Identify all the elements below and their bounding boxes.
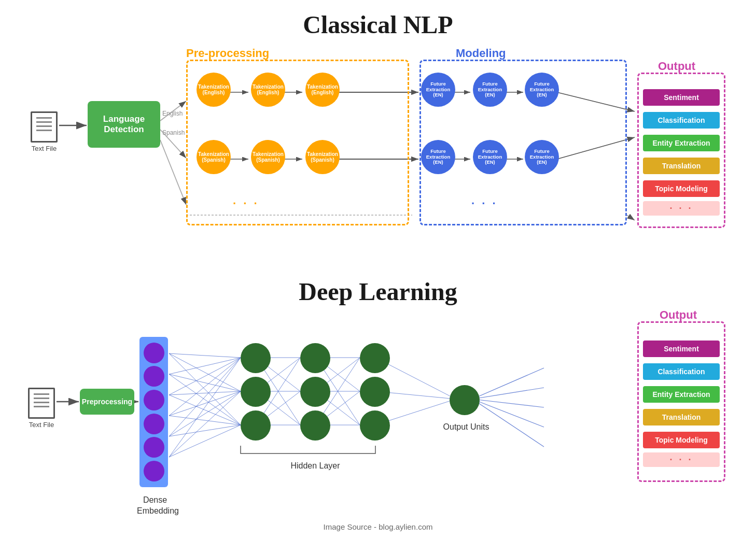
svg-line-34 xyxy=(169,395,241,425)
output-tag-sentiment-classical: Sentiment xyxy=(643,89,720,106)
modeling-label: Modeling xyxy=(456,47,506,60)
blue-circle-0-1: FutureExtraction(EN) xyxy=(473,73,507,107)
output-tag-topic-classical: Topic Modeling xyxy=(643,180,720,197)
lang-detect-label: LanguageDetection xyxy=(103,114,145,135)
hidden-node-1-1 xyxy=(300,377,330,407)
output-tag-entity-classical: Entity Extraction xyxy=(643,135,720,151)
classical-diagram: English Spanish xyxy=(25,44,731,262)
orange-circle-0-0: Takenization(English) xyxy=(197,73,231,107)
hidden-node-0-0 xyxy=(241,343,271,373)
orange-circle-1-2: Takenization(Spanish) xyxy=(305,140,340,174)
orange-circle-0-2: Takenization(English) xyxy=(305,73,340,107)
output-dots-deep: · · · xyxy=(643,452,720,467)
svg-line-27 xyxy=(169,353,241,391)
svg-line-4 xyxy=(160,130,186,158)
text-file-label-deep: Text File xyxy=(29,421,54,429)
svg-line-40 xyxy=(169,425,241,436)
embed-circle-4 xyxy=(144,437,164,458)
main-container: Classical NLP xyxy=(0,0,756,539)
svg-line-38 xyxy=(169,358,241,436)
output-tag-entity-deep: Entity Extraction xyxy=(643,386,720,403)
preprocessing-deep-label: Preprocessing xyxy=(82,398,132,406)
svg-line-36 xyxy=(169,391,241,416)
hidden-node-2-1 xyxy=(360,377,390,407)
svg-line-39 xyxy=(169,391,241,436)
doc-icon-classical xyxy=(31,111,58,143)
output-dots-classical: · · · xyxy=(643,201,720,216)
image-source-footer: Image Source - blog.aylien.com xyxy=(21,522,735,531)
text-file-classical: Text File xyxy=(31,111,58,152)
svg-line-33 xyxy=(169,391,241,395)
output-tag-topic-deep: Topic Modeling xyxy=(643,432,720,448)
output-tag-translation-classical: Translation xyxy=(643,158,720,174)
classical-nlp-title: Classical NLP xyxy=(21,10,735,39)
embed-circle-3 xyxy=(144,414,164,434)
svg-line-66 xyxy=(472,388,544,399)
text-file-deep: Text File xyxy=(28,388,55,429)
output-tag-sentiment-deep: Sentiment xyxy=(643,341,720,357)
output-label-deep: Output xyxy=(660,308,697,322)
embed-circle-5 xyxy=(144,461,164,481)
hidden-node-1-2 xyxy=(300,410,330,441)
svg-line-3 xyxy=(160,101,186,121)
orange-circle-1-0: Takenization(Spanish) xyxy=(197,140,231,174)
dense-embed-label: Dense Embedding xyxy=(137,495,173,517)
output-box-classical: Sentiment Classification Entity Extracti… xyxy=(637,73,725,228)
output-units-label: Output Units xyxy=(440,422,492,432)
blue-circle-0-2: FutureExtraction(EN) xyxy=(525,73,559,107)
svg-line-28 xyxy=(169,353,241,425)
svg-line-5 xyxy=(160,140,186,205)
svg-line-67 xyxy=(472,399,544,407)
doc-icon-deep xyxy=(28,388,55,419)
text-file-label-classical: Text File xyxy=(32,145,57,152)
blue-circle-1-2: FutureExtraction(EN) xyxy=(525,140,559,174)
output-label-classical: Output xyxy=(658,60,695,73)
hidden-node-2-2 xyxy=(360,410,390,441)
svg-line-30 xyxy=(169,374,241,391)
deep-learning-title: Deep Learning xyxy=(21,277,735,306)
hidden-node-2-0 xyxy=(360,343,390,373)
svg-text:Spanish: Spanish xyxy=(162,129,185,136)
orange-circle-0-1: Takenization(English) xyxy=(251,73,285,107)
svg-line-65 xyxy=(472,368,544,399)
hidden-node-1-0 xyxy=(300,343,330,373)
svg-line-29 xyxy=(169,358,241,374)
svg-line-26 xyxy=(169,353,241,358)
output-unit xyxy=(450,385,480,415)
preprocessing-label: Pre-processing xyxy=(186,47,269,60)
blue-circle-1-0: FutureExtraction(EN) xyxy=(421,140,455,174)
orange-dots: · · · xyxy=(233,197,259,210)
svg-line-35 xyxy=(169,358,241,416)
svg-line-41 xyxy=(169,358,241,457)
svg-text:English: English xyxy=(162,110,183,117)
deep-learning-section: Deep Learning xyxy=(21,277,735,513)
embed-circle-1 xyxy=(144,366,164,387)
svg-line-42 xyxy=(169,391,241,457)
embed-circle-2 xyxy=(144,390,164,410)
output-tag-classification-deep: Classification xyxy=(643,363,720,380)
hidden-node-0-1 xyxy=(241,377,271,407)
svg-line-43 xyxy=(169,425,241,457)
hidden-layer-label: Hidden Layer xyxy=(241,461,390,471)
image-source-text: Image Source - blog.aylien.com xyxy=(324,522,433,531)
preprocessing-deep-box: Preprocessing xyxy=(80,389,134,415)
deep-diagram: Text File Preprocessing Dense Embedding xyxy=(25,311,731,513)
dense-embed-box xyxy=(139,337,168,487)
svg-line-31 xyxy=(169,374,241,425)
svg-line-21 xyxy=(627,215,635,220)
svg-line-32 xyxy=(169,358,241,395)
classical-nlp-section: Classical NLP xyxy=(21,10,735,262)
blue-dots: · · · xyxy=(471,197,498,210)
lang-detect-box: LanguageDetection xyxy=(88,101,160,148)
blue-circle-0-0: FutureExtraction(EN) xyxy=(421,73,455,107)
embed-circle-0 xyxy=(144,343,164,363)
orange-circle-1-1: Takenization(Spanish) xyxy=(251,140,285,174)
output-tag-classification-classical: Classification xyxy=(643,112,720,129)
blue-circle-1-1: FutureExtraction(EN) xyxy=(473,140,507,174)
hidden-node-0-2 xyxy=(241,410,271,441)
output-tag-translation-deep: Translation xyxy=(643,409,720,425)
svg-line-37 xyxy=(169,416,241,425)
output-box-deep: Sentiment Classification Entity Extracti… xyxy=(637,321,725,482)
